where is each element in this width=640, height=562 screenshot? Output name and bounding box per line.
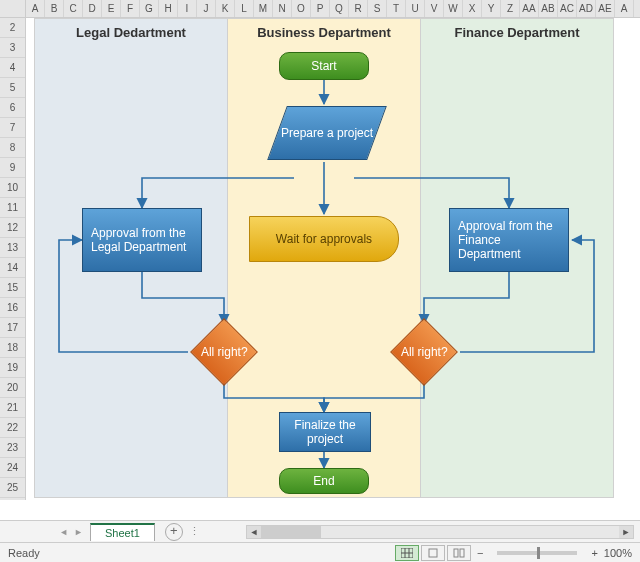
scroll-left-icon[interactable]: ◄ [247, 526, 261, 538]
row-header[interactable]: 9 [0, 158, 25, 178]
node-approval-legal[interactable]: Approval from the Legal Department [82, 208, 202, 272]
view-page-break-button[interactable] [447, 545, 471, 561]
column-header[interactable]: W [444, 0, 463, 17]
row-header[interactable]: 6 [0, 98, 25, 118]
row-header[interactable]: 10 [0, 178, 25, 198]
row-header[interactable]: 21 [0, 398, 25, 418]
column-header[interactable]: B [45, 0, 64, 17]
select-all-corner[interactable] [0, 0, 26, 18]
node-approval-finance[interactable]: Approval from the Finance Department [449, 208, 569, 272]
zoom-level[interactable]: 100% [604, 547, 632, 559]
sheet-tab-active[interactable]: Sheet1 [90, 523, 155, 541]
column-header[interactable]: K [216, 0, 235, 17]
column-header[interactable]: A [26, 0, 45, 17]
row-header[interactable]: 17 [0, 318, 25, 338]
row-header[interactable]: 23 [0, 438, 25, 458]
worksheet-grid[interactable]: Legal Dedartment Business Department Fin… [26, 18, 640, 500]
row-header[interactable]: 3 [0, 38, 25, 58]
column-header[interactable]: Y [482, 0, 501, 17]
row-header[interactable]: 14 [0, 258, 25, 278]
scroll-thumb[interactable] [261, 526, 321, 538]
row-header[interactable]: 25 [0, 478, 25, 498]
column-header[interactable]: S [368, 0, 387, 17]
column-header[interactable]: R [349, 0, 368, 17]
column-header[interactable]: Z [501, 0, 520, 17]
row-header[interactable]: 11 [0, 198, 25, 218]
zoom-out-button[interactable]: − [477, 547, 483, 559]
column-header[interactable]: L [235, 0, 254, 17]
tab-nav-prev-icon[interactable]: ◄ [56, 527, 71, 537]
column-header[interactable]: AA [520, 0, 539, 17]
column-header[interactable]: Q [330, 0, 349, 17]
row-header[interactable]: 16 [0, 298, 25, 318]
column-header[interactable]: AD [577, 0, 596, 17]
row-headers: 2345678910111213141516171819202122232425 [0, 18, 26, 500]
flowchart-shapes: Start Prepare a project Approval from th… [34, 18, 614, 498]
column-header[interactable]: AC [558, 0, 577, 17]
row-header[interactable]: 22 [0, 418, 25, 438]
row-header[interactable]: 2 [0, 18, 25, 38]
add-sheet-button[interactable]: + [165, 523, 183, 541]
node-prepare[interactable]: Prepare a project [267, 106, 387, 160]
status-bar: Ready − + 100% [0, 542, 640, 562]
tab-nav-next-icon[interactable]: ► [71, 527, 86, 537]
node-finalize[interactable]: Finalize the project [279, 412, 371, 452]
break-icon [453, 548, 465, 558]
column-header[interactable]: D [83, 0, 102, 17]
svg-rect-9 [460, 549, 464, 557]
column-header[interactable]: X [463, 0, 482, 17]
column-header[interactable]: M [254, 0, 273, 17]
column-header[interactable]: C [64, 0, 83, 17]
tab-split-handle[interactable]: ⋮ [189, 525, 200, 538]
svg-rect-7 [429, 549, 437, 557]
column-header[interactable]: G [140, 0, 159, 17]
horizontal-scrollbar[interactable]: ◄ ► [246, 525, 634, 539]
row-header[interactable]: 8 [0, 138, 25, 158]
column-header[interactable]: F [121, 0, 140, 17]
column-header[interactable]: AE [596, 0, 615, 17]
column-header[interactable]: U [406, 0, 425, 17]
row-header[interactable]: 15 [0, 278, 25, 298]
column-header[interactable]: I [178, 0, 197, 17]
view-normal-button[interactable] [395, 545, 419, 561]
column-header[interactable]: J [197, 0, 216, 17]
node-wait[interactable]: Wait for approvals [249, 216, 399, 262]
grid-icon [401, 548, 413, 558]
row-header[interactable]: 19 [0, 358, 25, 378]
row-header[interactable]: 20 [0, 378, 25, 398]
zoom-in-button[interactable]: + [591, 547, 597, 559]
node-allright-left[interactable]: All right? [190, 318, 258, 386]
column-header[interactable]: E [102, 0, 121, 17]
row-header[interactable]: 5 [0, 78, 25, 98]
column-header[interactable]: P [311, 0, 330, 17]
column-header[interactable]: N [273, 0, 292, 17]
column-header[interactable]: A [615, 0, 634, 17]
node-allright-right[interactable]: All right? [390, 318, 458, 386]
scroll-right-icon[interactable]: ► [619, 526, 633, 538]
row-header[interactable]: 7 [0, 118, 25, 138]
row-header[interactable]: 18 [0, 338, 25, 358]
zoom-slider[interactable] [497, 551, 577, 555]
status-ready: Ready [8, 547, 40, 559]
node-start[interactable]: Start [279, 52, 369, 80]
column-header[interactable]: H [159, 0, 178, 17]
row-header[interactable]: 13 [0, 238, 25, 258]
row-header[interactable]: 24 [0, 458, 25, 478]
node-end[interactable]: End [279, 468, 369, 494]
column-header[interactable]: AB [539, 0, 558, 17]
sheet-tabs-bar: ◄ ► Sheet1 + ⋮ ◄ ► [0, 520, 640, 542]
column-headers: ABCDEFGHIJKLMNOPQRSTUVWXYZAAABACADAEA [26, 0, 640, 18]
row-header[interactable]: 12 [0, 218, 25, 238]
column-header[interactable]: V [425, 0, 444, 17]
row-header[interactable]: 4 [0, 58, 25, 78]
svg-rect-8 [454, 549, 458, 557]
column-header[interactable]: T [387, 0, 406, 17]
page-icon [427, 548, 439, 558]
view-page-layout-button[interactable] [421, 545, 445, 561]
column-header[interactable]: O [292, 0, 311, 17]
